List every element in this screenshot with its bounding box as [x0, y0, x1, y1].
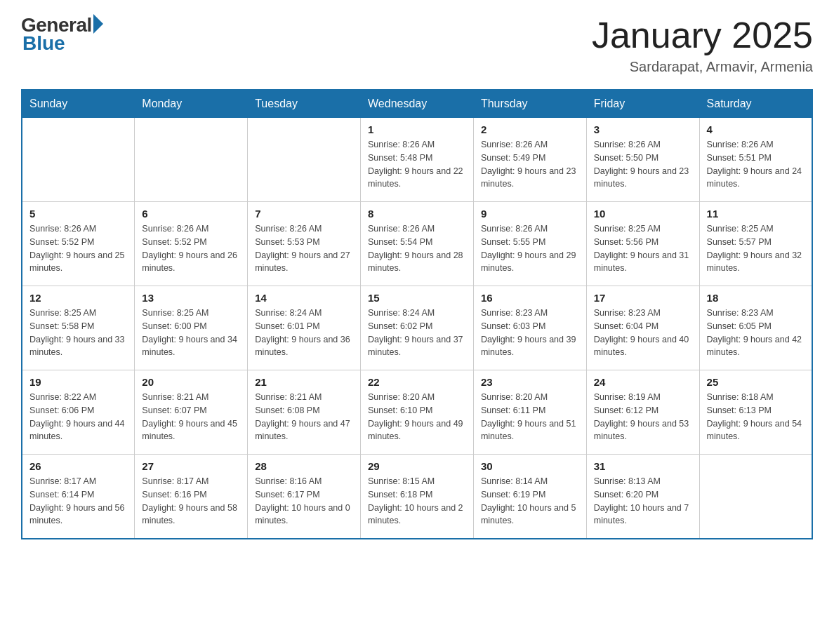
calendar-subtitle: Sardarapat, Armavir, Armenia [592, 59, 813, 75]
day-number: 28 [255, 460, 353, 472]
title-block: January 2025 Sardarapat, Armavir, Armeni… [592, 14, 813, 75]
day-info: Sunrise: 8:25 AM Sunset: 6:00 PM Dayligh… [142, 307, 240, 359]
day-number: 21 [255, 376, 353, 388]
day-info: Sunrise: 8:26 AM Sunset: 5:51 PM Dayligh… [707, 138, 805, 191]
day-cell: 27Sunrise: 8:17 AM Sunset: 6:16 PM Dayli… [135, 455, 248, 539]
day-number: 3 [594, 123, 692, 135]
day-info: Sunrise: 8:26 AM Sunset: 5:52 PM Dayligh… [142, 222, 240, 275]
logo: General Blue [21, 14, 103, 55]
day-info: Sunrise: 8:18 AM Sunset: 6:13 PM Dayligh… [707, 391, 805, 443]
day-cell [135, 118, 248, 202]
day-info: Sunrise: 8:24 AM Sunset: 6:02 PM Dayligh… [368, 307, 466, 359]
day-cell: 14Sunrise: 8:24 AM Sunset: 6:01 PM Dayli… [248, 286, 361, 370]
day-cell: 19Sunrise: 8:22 AM Sunset: 6:06 PM Dayli… [22, 370, 135, 455]
day-number: 31 [594, 460, 692, 472]
day-info: Sunrise: 8:22 AM Sunset: 6:06 PM Dayligh… [29, 391, 127, 443]
day-info: Sunrise: 8:17 AM Sunset: 6:14 PM Dayligh… [29, 475, 127, 528]
day-info: Sunrise: 8:26 AM Sunset: 5:53 PM Dayligh… [255, 222, 353, 275]
day-cell: 8Sunrise: 8:26 AM Sunset: 5:54 PM Daylig… [361, 202, 474, 286]
day-info: Sunrise: 8:26 AM Sunset: 5:52 PM Dayligh… [29, 222, 127, 275]
day-info: Sunrise: 8:25 AM Sunset: 5:56 PM Dayligh… [594, 222, 692, 275]
day-info: Sunrise: 8:25 AM Sunset: 5:58 PM Dayligh… [29, 307, 127, 359]
day-number: 16 [481, 292, 579, 304]
day-number: 22 [368, 376, 466, 388]
day-info: Sunrise: 8:20 AM Sunset: 6:10 PM Dayligh… [368, 391, 466, 443]
day-info: Sunrise: 8:16 AM Sunset: 6:17 PM Dayligh… [255, 475, 353, 528]
day-cell [248, 118, 361, 202]
day-info: Sunrise: 8:23 AM Sunset: 6:03 PM Dayligh… [481, 307, 579, 359]
day-number: 27 [142, 460, 240, 472]
calendar-title: January 2025 [592, 14, 813, 56]
day-number: 26 [29, 460, 127, 472]
day-cell: 13Sunrise: 8:25 AM Sunset: 6:00 PM Dayli… [135, 286, 248, 370]
day-info: Sunrise: 8:19 AM Sunset: 6:12 PM Dayligh… [594, 391, 692, 443]
day-cell: 17Sunrise: 8:23 AM Sunset: 6:04 PM Dayli… [586, 286, 699, 370]
day-info: Sunrise: 8:21 AM Sunset: 6:07 PM Dayligh… [142, 391, 240, 443]
day-number: 29 [368, 460, 466, 472]
day-number: 14 [255, 292, 353, 304]
day-info: Sunrise: 8:15 AM Sunset: 6:18 PM Dayligh… [368, 475, 466, 528]
day-cell: 23Sunrise: 8:20 AM Sunset: 6:11 PM Dayli… [473, 370, 586, 455]
day-number: 2 [481, 123, 579, 135]
day-info: Sunrise: 8:24 AM Sunset: 6:01 PM Dayligh… [255, 307, 353, 359]
day-cell [699, 455, 812, 539]
calendar-table: SundayMondayTuesdayWednesdayThursdayFrid… [21, 89, 813, 539]
day-cell: 11Sunrise: 8:25 AM Sunset: 5:57 PM Dayli… [699, 202, 812, 286]
day-number: 10 [594, 208, 692, 220]
day-info: Sunrise: 8:17 AM Sunset: 6:16 PM Dayligh… [142, 475, 240, 528]
calendar-body: 1Sunrise: 8:26 AM Sunset: 5:48 PM Daylig… [22, 118, 812, 539]
day-cell: 5Sunrise: 8:26 AM Sunset: 5:52 PM Daylig… [22, 202, 135, 286]
week-row-3: 12Sunrise: 8:25 AM Sunset: 5:58 PM Dayli… [22, 286, 812, 370]
day-number: 1 [368, 123, 466, 135]
day-cell: 24Sunrise: 8:19 AM Sunset: 6:12 PM Dayli… [586, 370, 699, 455]
day-cell: 28Sunrise: 8:16 AM Sunset: 6:17 PM Dayli… [248, 455, 361, 539]
day-cell: 10Sunrise: 8:25 AM Sunset: 5:56 PM Dayli… [586, 202, 699, 286]
header-cell-sunday: Sunday [22, 90, 135, 118]
day-cell: 9Sunrise: 8:26 AM Sunset: 5:55 PM Daylig… [473, 202, 586, 286]
day-info: Sunrise: 8:20 AM Sunset: 6:11 PM Dayligh… [481, 391, 579, 443]
day-info: Sunrise: 8:26 AM Sunset: 5:49 PM Dayligh… [481, 138, 579, 191]
day-info: Sunrise: 8:26 AM Sunset: 5:55 PM Dayligh… [481, 222, 579, 275]
week-row-4: 19Sunrise: 8:22 AM Sunset: 6:06 PM Dayli… [22, 370, 812, 455]
day-cell: 6Sunrise: 8:26 AM Sunset: 5:52 PM Daylig… [135, 202, 248, 286]
day-cell: 21Sunrise: 8:21 AM Sunset: 6:08 PM Dayli… [248, 370, 361, 455]
day-cell: 25Sunrise: 8:18 AM Sunset: 6:13 PM Dayli… [699, 370, 812, 455]
day-cell: 7Sunrise: 8:26 AM Sunset: 5:53 PM Daylig… [248, 202, 361, 286]
calendar-header: SundayMondayTuesdayWednesdayThursdayFrid… [22, 90, 812, 118]
day-info: Sunrise: 8:23 AM Sunset: 6:05 PM Dayligh… [707, 307, 805, 359]
day-cell: 26Sunrise: 8:17 AM Sunset: 6:14 PM Dayli… [22, 455, 135, 539]
day-info: Sunrise: 8:14 AM Sunset: 6:19 PM Dayligh… [481, 475, 579, 528]
day-cell: 18Sunrise: 8:23 AM Sunset: 6:05 PM Dayli… [699, 286, 812, 370]
day-number: 24 [594, 376, 692, 388]
day-cell [22, 118, 135, 202]
page-header: General Blue January 2025 Sardarapat, Ar… [21, 14, 813, 75]
day-number: 30 [481, 460, 579, 472]
day-number: 4 [707, 123, 805, 135]
header-cell-thursday: Thursday [473, 90, 586, 118]
day-cell: 4Sunrise: 8:26 AM Sunset: 5:51 PM Daylig… [699, 118, 812, 202]
header-cell-saturday: Saturday [699, 90, 812, 118]
day-number: 11 [707, 208, 805, 220]
header-cell-monday: Monday [135, 90, 248, 118]
day-cell: 12Sunrise: 8:25 AM Sunset: 5:58 PM Dayli… [22, 286, 135, 370]
header-row: SundayMondayTuesdayWednesdayThursdayFrid… [22, 90, 812, 118]
day-cell: 29Sunrise: 8:15 AM Sunset: 6:18 PM Dayli… [361, 455, 474, 539]
day-cell: 16Sunrise: 8:23 AM Sunset: 6:03 PM Dayli… [473, 286, 586, 370]
day-number: 19 [29, 376, 127, 388]
day-cell: 31Sunrise: 8:13 AM Sunset: 6:20 PM Dayli… [586, 455, 699, 539]
day-number: 25 [707, 376, 805, 388]
week-row-5: 26Sunrise: 8:17 AM Sunset: 6:14 PM Dayli… [22, 455, 812, 539]
day-info: Sunrise: 8:23 AM Sunset: 6:04 PM Dayligh… [594, 307, 692, 359]
day-number: 6 [142, 208, 240, 220]
header-cell-wednesday: Wednesday [361, 90, 474, 118]
day-number: 13 [142, 292, 240, 304]
day-info: Sunrise: 8:13 AM Sunset: 6:20 PM Dayligh… [594, 475, 692, 528]
day-number: 23 [481, 376, 579, 388]
day-info: Sunrise: 8:26 AM Sunset: 5:50 PM Dayligh… [594, 138, 692, 191]
day-cell: 15Sunrise: 8:24 AM Sunset: 6:02 PM Dayli… [361, 286, 474, 370]
day-cell: 1Sunrise: 8:26 AM Sunset: 5:48 PM Daylig… [361, 118, 474, 202]
day-info: Sunrise: 8:26 AM Sunset: 5:54 PM Dayligh… [368, 222, 466, 275]
day-info: Sunrise: 8:25 AM Sunset: 5:57 PM Dayligh… [707, 222, 805, 275]
day-number: 7 [255, 208, 353, 220]
day-cell: 20Sunrise: 8:21 AM Sunset: 6:07 PM Dayli… [135, 370, 248, 455]
